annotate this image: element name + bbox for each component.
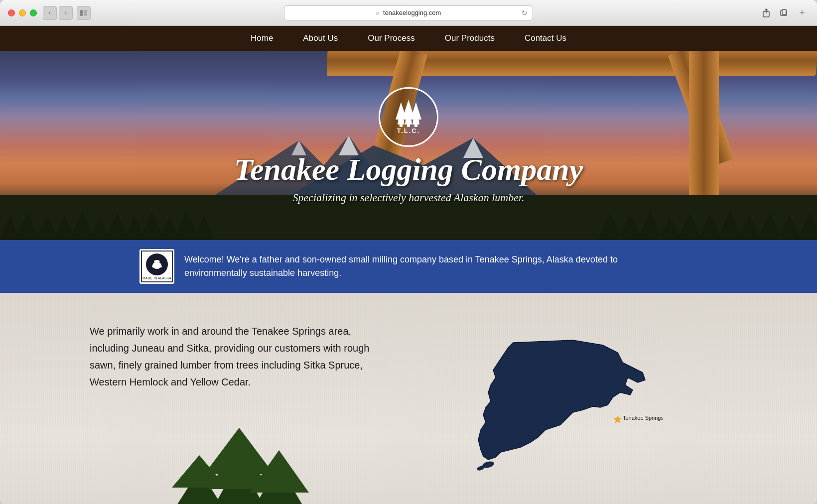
- svg-marker-69: [614, 416, 621, 423]
- svg-marker-43: [410, 102, 421, 120]
- svg-rect-2: [84, 12, 87, 13]
- refresh-icon[interactable]: ↻: [522, 9, 528, 17]
- badge-circle: [146, 253, 168, 275]
- pine-trees-svg: [154, 410, 324, 504]
- forward-button[interactable]: ›: [59, 6, 73, 20]
- close-button[interactable]: [8, 9, 15, 16]
- badge-text: MADE IN ALASKA: [142, 276, 171, 280]
- nav-home[interactable]: Home: [251, 33, 273, 43]
- svg-rect-1: [84, 10, 87, 11]
- traffic-lights: [8, 9, 37, 16]
- nav-process[interactable]: Our Process: [368, 33, 414, 43]
- new-tab-button[interactable]: [777, 6, 791, 20]
- content-right: Tenakee Springs: [408, 323, 727, 472]
- back-button[interactable]: ‹: [43, 6, 57, 20]
- svg-marker-60: [204, 428, 274, 474]
- add-tab-button[interactable]: +: [795, 6, 809, 20]
- hero-title: Tenakee Logging Company: [234, 152, 583, 187]
- location-text: Tenakee Springs: [623, 415, 663, 421]
- url-text: tenakeelogging.com: [383, 9, 441, 16]
- svg-rect-0: [80, 10, 83, 16]
- svg-rect-3: [84, 14, 87, 15]
- svg-point-49: [152, 265, 155, 267]
- svg-rect-6: [782, 9, 786, 14]
- logo-text: T.L.C.: [397, 127, 420, 134]
- title-bar: ‹ › ≡ tenakeelogging.com ↻: [0, 0, 817, 26]
- svg-point-48: [157, 260, 160, 262]
- alaska-badge: MADE IN ALASKA: [139, 249, 174, 284]
- location-marker: [614, 416, 621, 423]
- website-content: Home About Us Our Process Our Products C…: [0, 26, 817, 504]
- hero-section: T.L.C. Tenakee Logging Company Specializ…: [0, 51, 817, 240]
- alaska-map-svg: Tenakee Springs: [473, 333, 663, 472]
- logo-trees-svg: [389, 100, 428, 127]
- svg-point-50: [159, 265, 162, 267]
- sidebar-toggle[interactable]: [77, 6, 91, 20]
- site-nav: Home About Us Our Process Our Products C…: [0, 26, 817, 51]
- content-section: We primarily work in and around the Tena…: [0, 293, 817, 504]
- svg-rect-44: [414, 124, 417, 127]
- address-bar[interactable]: ≡ tenakeelogging.com ↻: [284, 5, 533, 20]
- browser-actions: +: [759, 6, 809, 20]
- hero-content: T.L.C. Tenakee Logging Company Specializ…: [234, 87, 583, 204]
- badge-inner: MADE IN ALASKA: [141, 251, 173, 282]
- nav-contact[interactable]: Contact Us: [525, 33, 566, 43]
- hamburger-icon: ≡: [376, 10, 379, 16]
- polar-bear-icon: [149, 257, 165, 271]
- pine-trees-illustration: [90, 410, 389, 504]
- nav-buttons: ‹ ›: [43, 6, 73, 20]
- minimize-button[interactable]: [19, 9, 26, 16]
- maximize-button[interactable]: [30, 9, 37, 16]
- svg-point-47: [154, 260, 157, 262]
- banner-text: Welcome! We're a father and son-owned sm…: [184, 253, 678, 280]
- svg-rect-41: [407, 124, 410, 127]
- content-paragraph: We primarily work in and around the Tena…: [90, 323, 389, 390]
- share-button[interactable]: [759, 6, 773, 20]
- hero-subtitle: Specializing in selectively harvested Al…: [234, 191, 583, 204]
- nav-products[interactable]: Our Products: [445, 33, 495, 43]
- blue-banner: MADE IN ALASKA Welcome! We're a father a…: [0, 240, 817, 293]
- nav-about[interactable]: About Us: [303, 33, 338, 43]
- content-inner: We primarily work in and around the Tena…: [60, 313, 757, 504]
- svg-rect-38: [400, 124, 403, 127]
- company-logo: T.L.C.: [379, 87, 438, 147]
- content-left: We primarily work in and around the Tena…: [90, 323, 389, 504]
- alaska-map: Tenakee Springs: [473, 333, 663, 472]
